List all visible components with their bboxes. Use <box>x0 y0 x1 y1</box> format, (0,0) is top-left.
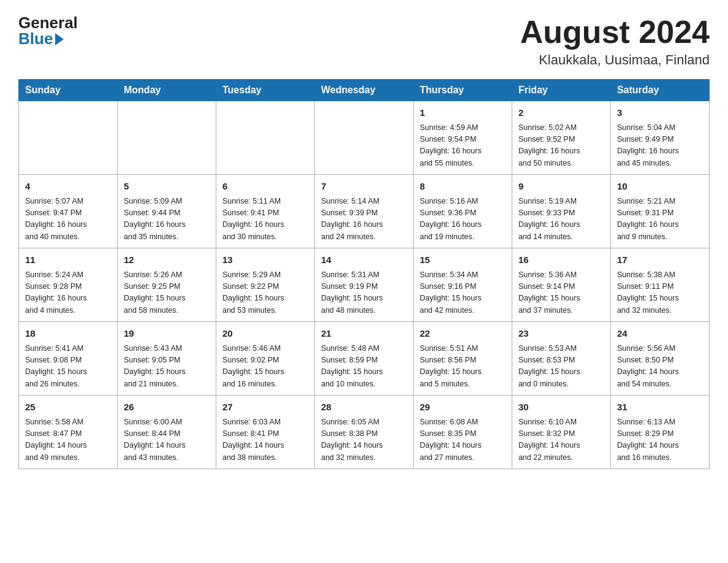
logo-general-text: General <box>18 15 78 31</box>
calendar-cell: 30Sunrise: 6:10 AM Sunset: 8:32 PM Dayli… <box>512 396 610 469</box>
day-info: Sunrise: 5:19 AM Sunset: 9:33 PM Dayligh… <box>518 196 604 243</box>
day-number: 8 <box>420 180 506 194</box>
calendar-cell: 12Sunrise: 5:26 AM Sunset: 9:25 PM Dayli… <box>117 248 216 322</box>
calendar-cell: 24Sunrise: 5:56 AM Sunset: 8:50 PM Dayli… <box>610 322 709 396</box>
calendar-table: SundayMondayTuesdayWednesdayThursdayFrid… <box>18 79 710 469</box>
day-number: 14 <box>321 253 407 267</box>
day-info: Sunrise: 5:43 AM Sunset: 9:05 PM Dayligh… <box>124 343 210 391</box>
logo: General Blue <box>18 15 78 47</box>
calendar-cell <box>216 101 314 175</box>
calendar-cell: 10Sunrise: 5:21 AM Sunset: 9:31 PM Dayli… <box>610 175 709 248</box>
calendar-cell <box>117 101 216 175</box>
day-info: Sunrise: 5:51 AM Sunset: 8:56 PM Dayligh… <box>420 343 506 391</box>
day-number: 25 <box>25 400 111 415</box>
logo-blue-row: Blue <box>18 31 64 47</box>
weekday-header-row: SundayMondayTuesdayWednesdayThursdayFrid… <box>19 80 710 101</box>
weekday-header-tuesday: Tuesday <box>216 80 314 101</box>
day-number: 20 <box>222 327 308 341</box>
day-number: 28 <box>321 400 407 415</box>
calendar-cell: 26Sunrise: 6:00 AM Sunset: 8:44 PM Dayli… <box>117 396 216 469</box>
calendar-cell: 19Sunrise: 5:43 AM Sunset: 9:05 PM Dayli… <box>117 322 216 396</box>
day-info: Sunrise: 5:48 AM Sunset: 8:59 PM Dayligh… <box>321 343 407 391</box>
day-number: 26 <box>124 400 210 415</box>
day-number: 18 <box>25 327 111 341</box>
title-area: August 2024 Klaukkala, Uusimaa, Finland <box>520 15 710 68</box>
day-number: 11 <box>25 253 111 267</box>
day-info: Sunrise: 5:58 AM Sunset: 8:47 PM Dayligh… <box>25 416 111 464</box>
calendar-cell: 29Sunrise: 6:08 AM Sunset: 8:35 PM Dayli… <box>413 396 512 469</box>
day-number: 3 <box>617 106 703 120</box>
day-number: 23 <box>518 327 604 341</box>
weekday-header-saturday: Saturday <box>610 80 709 101</box>
day-info: Sunrise: 5:53 AM Sunset: 8:53 PM Dayligh… <box>518 343 604 391</box>
calendar-cell: 15Sunrise: 5:34 AM Sunset: 9:16 PM Dayli… <box>413 248 512 322</box>
calendar-cell: 16Sunrise: 5:36 AM Sunset: 9:14 PM Dayli… <box>512 248 610 322</box>
day-info: Sunrise: 5:38 AM Sunset: 9:11 PM Dayligh… <box>617 269 703 317</box>
day-info: Sunrise: 6:00 AM Sunset: 8:44 PM Dayligh… <box>124 416 210 464</box>
day-number: 10 <box>617 180 703 194</box>
day-number: 19 <box>124 327 210 341</box>
day-number: 7 <box>321 180 407 194</box>
calendar-cell <box>19 101 118 175</box>
calendar-cell: 2Sunrise: 5:02 AM Sunset: 9:52 PM Daylig… <box>512 101 610 175</box>
location-title: Klaukkala, Uusimaa, Finland <box>520 52 710 68</box>
day-info: Sunrise: 5:07 AM Sunset: 9:47 PM Dayligh… <box>25 196 111 243</box>
day-number: 1 <box>420 106 506 120</box>
calendar-cell: 25Sunrise: 5:58 AM Sunset: 8:47 PM Dayli… <box>19 396 118 469</box>
day-info: Sunrise: 5:16 AM Sunset: 9:36 PM Dayligh… <box>420 196 506 243</box>
day-info: Sunrise: 5:34 AM Sunset: 9:16 PM Dayligh… <box>420 269 506 317</box>
day-number: 9 <box>518 180 604 194</box>
day-info: Sunrise: 6:03 AM Sunset: 8:41 PM Dayligh… <box>222 416 308 464</box>
day-number: 29 <box>420 400 506 415</box>
day-number: 27 <box>222 400 308 415</box>
calendar-cell: 18Sunrise: 5:41 AM Sunset: 9:08 PM Dayli… <box>19 322 118 396</box>
day-number: 24 <box>617 327 703 341</box>
day-number: 31 <box>617 400 703 415</box>
calendar-cell: 21Sunrise: 5:48 AM Sunset: 8:59 PM Dayli… <box>314 322 413 396</box>
calendar-cell: 11Sunrise: 5:24 AM Sunset: 9:28 PM Dayli… <box>19 248 118 322</box>
day-info: Sunrise: 5:31 AM Sunset: 9:19 PM Dayligh… <box>321 269 407 317</box>
day-info: Sunrise: 5:02 AM Sunset: 9:52 PM Dayligh… <box>518 122 604 170</box>
calendar-cell: 23Sunrise: 5:53 AM Sunset: 8:53 PM Dayli… <box>512 322 610 396</box>
day-info: Sunrise: 5:11 AM Sunset: 9:41 PM Dayligh… <box>222 196 308 243</box>
day-number: 30 <box>518 400 604 415</box>
day-info: Sunrise: 6:05 AM Sunset: 8:38 PM Dayligh… <box>321 416 407 464</box>
day-number: 6 <box>222 180 308 194</box>
week-row-3: 11Sunrise: 5:24 AM Sunset: 9:28 PM Dayli… <box>19 248 710 322</box>
calendar-cell: 14Sunrise: 5:31 AM Sunset: 9:19 PM Dayli… <box>314 248 413 322</box>
day-info: Sunrise: 5:36 AM Sunset: 9:14 PM Dayligh… <box>518 269 604 317</box>
week-row-2: 4Sunrise: 5:07 AM Sunset: 9:47 PM Daylig… <box>19 175 710 248</box>
day-info: Sunrise: 5:14 AM Sunset: 9:39 PM Dayligh… <box>321 196 407 243</box>
day-info: Sunrise: 5:04 AM Sunset: 9:49 PM Dayligh… <box>617 122 703 170</box>
weekday-header-monday: Monday <box>117 80 216 101</box>
day-info: Sunrise: 5:56 AM Sunset: 8:50 PM Dayligh… <box>617 343 703 391</box>
calendar-cell <box>314 101 413 175</box>
logo-triangle-icon <box>55 33 64 45</box>
month-title: August 2024 <box>520 15 710 50</box>
calendar-cell: 1Sunrise: 4:59 AM Sunset: 9:54 PM Daylig… <box>413 101 512 175</box>
weekday-header-thursday: Thursday <box>413 80 512 101</box>
day-number: 21 <box>321 327 407 341</box>
day-info: Sunrise: 5:24 AM Sunset: 9:28 PM Dayligh… <box>25 269 111 317</box>
weekday-header-wednesday: Wednesday <box>314 80 413 101</box>
day-number: 13 <box>222 253 308 267</box>
calendar-cell: 6Sunrise: 5:11 AM Sunset: 9:41 PM Daylig… <box>216 175 314 248</box>
day-info: Sunrise: 5:09 AM Sunset: 9:44 PM Dayligh… <box>124 196 210 243</box>
week-row-5: 25Sunrise: 5:58 AM Sunset: 8:47 PM Dayli… <box>19 396 710 469</box>
page-header: General Blue August 2024 Klaukkala, Uusi… <box>18 15 710 68</box>
day-number: 4 <box>25 180 111 194</box>
day-number: 22 <box>420 327 506 341</box>
day-number: 5 <box>124 180 210 194</box>
calendar-cell: 22Sunrise: 5:51 AM Sunset: 8:56 PM Dayli… <box>413 322 512 396</box>
calendar-cell: 20Sunrise: 5:46 AM Sunset: 9:02 PM Dayli… <box>216 322 314 396</box>
calendar-cell: 31Sunrise: 6:13 AM Sunset: 8:29 PM Dayli… <box>610 396 709 469</box>
week-row-4: 18Sunrise: 5:41 AM Sunset: 9:08 PM Dayli… <box>19 322 710 396</box>
day-info: Sunrise: 5:46 AM Sunset: 9:02 PM Dayligh… <box>222 343 308 391</box>
day-info: Sunrise: 5:41 AM Sunset: 9:08 PM Dayligh… <box>25 343 111 391</box>
day-info: Sunrise: 6:10 AM Sunset: 8:32 PM Dayligh… <box>518 416 604 464</box>
calendar-cell: 13Sunrise: 5:29 AM Sunset: 9:22 PM Dayli… <box>216 248 314 322</box>
calendar-cell: 28Sunrise: 6:05 AM Sunset: 8:38 PM Dayli… <box>314 396 413 469</box>
day-info: Sunrise: 6:13 AM Sunset: 8:29 PM Dayligh… <box>617 416 703 464</box>
day-info: Sunrise: 5:21 AM Sunset: 9:31 PM Dayligh… <box>617 196 703 243</box>
day-info: Sunrise: 5:26 AM Sunset: 9:25 PM Dayligh… <box>124 269 210 317</box>
